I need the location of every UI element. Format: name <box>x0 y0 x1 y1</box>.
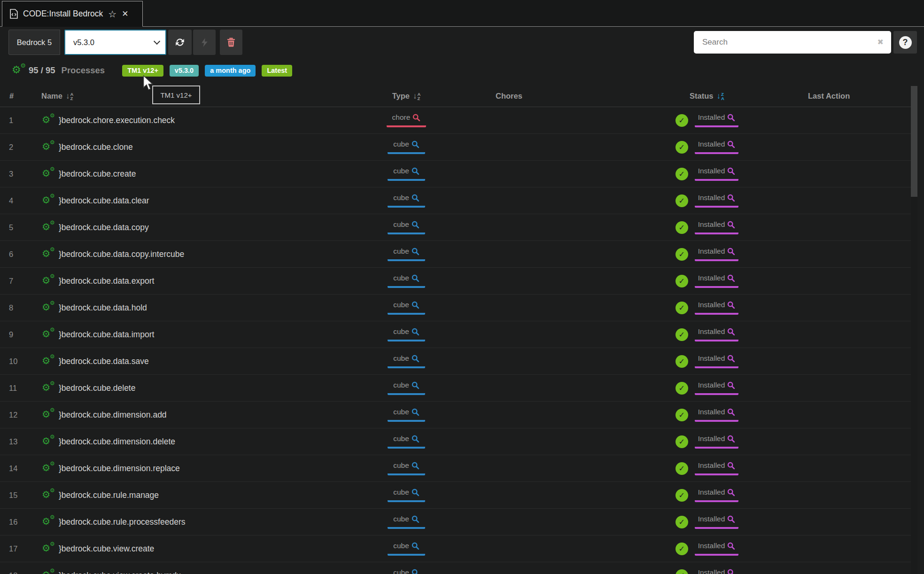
type-filter-pill[interactable]: cube <box>388 327 425 341</box>
process-name: }bedrock.cube.data.copy.intercube <box>59 249 184 259</box>
gears-icon: ⚙⚙ <box>42 195 54 206</box>
status-filter-pill[interactable]: Installed <box>695 568 739 574</box>
search-input[interactable] <box>694 31 891 54</box>
magnifier-icon <box>412 248 419 256</box>
table-row: 2 ⚙⚙ }bedrock.cube.clone cube ✓ I <box>0 134 911 161</box>
type-filter-pill[interactable]: cube <box>388 568 425 574</box>
status-filter-pill[interactable]: Installed <box>695 354 739 368</box>
refresh-button[interactable] <box>168 30 192 55</box>
status-filter-pill[interactable]: Installed <box>695 220 739 234</box>
search-wrap: ✖ <box>694 30 891 55</box>
status-filter-pill[interactable]: Installed <box>695 113 739 127</box>
version-badge[interactable]: TM1 v12+ <box>122 65 163 77</box>
type-filter-pill[interactable]: chore <box>387 113 427 127</box>
close-tab-icon[interactable]: ✕ <box>122 9 128 19</box>
scrollbar-thumb[interactable] <box>911 86 917 197</box>
magnifier-icon <box>727 462 735 470</box>
status-filter-pill[interactable]: Installed <box>695 515 739 529</box>
status-filter-pill[interactable]: Installed <box>695 327 739 341</box>
check-circle-icon: ✓ <box>676 141 688 154</box>
star-icon[interactable]: ☆ <box>108 8 116 20</box>
row-number: 4 <box>0 196 37 205</box>
check-circle-icon: ✓ <box>676 462 688 475</box>
type-filter-pill[interactable]: cube <box>388 354 425 368</box>
status-filter-pill[interactable]: Installed <box>695 301 739 315</box>
row-number: 15 <box>0 491 37 500</box>
check-circle-icon: ✓ <box>676 435 688 448</box>
tab-bar: CODE:Install Bedrock ☆ ✕ <box>0 0 924 27</box>
table-row: 14 ⚙⚙ }bedrock.cube.dimension.replace cu… <box>0 455 911 482</box>
trash-icon <box>227 38 235 47</box>
status-filter-pill[interactable]: Installed <box>695 542 739 556</box>
check-circle-icon: ✓ <box>676 302 688 314</box>
gears-icon: ⚙⚙ <box>42 543 54 554</box>
row-number: 9 <box>0 330 37 339</box>
status-filter-pill[interactable]: Installed <box>695 194 739 208</box>
type-filter-pill[interactable]: cube <box>388 381 425 395</box>
type-filter-pill[interactable]: cube <box>388 220 425 234</box>
version-select[interactable]: v5.3.0 <box>64 30 166 55</box>
magnifier-icon <box>412 167 419 175</box>
magnifier-icon <box>412 328 419 336</box>
version-badge[interactable]: v5.3.0 <box>170 65 199 77</box>
magnifier-icon <box>412 435 419 443</box>
magnifier-icon <box>727 489 735 496</box>
magnifier-icon <box>412 355 419 363</box>
gears-icon: ⚙⚙ <box>42 115 54 126</box>
gears-icon: ⚙⚙ <box>42 382 54 394</box>
gears-icon: ⚙⚙ <box>42 302 54 313</box>
check-circle-icon: ✓ <box>676 516 688 528</box>
clear-search-icon[interactable]: ✖ <box>877 38 884 47</box>
delete-button[interactable] <box>220 30 242 55</box>
column-header-chores[interactable]: Chores <box>465 92 625 101</box>
check-circle-icon: ✓ <box>676 221 688 234</box>
column-header-status[interactable]: Status ↓ZA <box>625 92 789 101</box>
column-header-last-action[interactable]: Last Action <box>789 92 911 101</box>
magnifier-icon <box>412 489 419 496</box>
column-header-type[interactable]: Type ↓AZ <box>348 92 465 101</box>
status-filter-pill[interactable]: Installed <box>695 140 739 154</box>
type-filter-pill[interactable]: cube <box>388 408 425 422</box>
row-number: 13 <box>0 437 37 446</box>
type-filter-pill[interactable]: cube <box>388 461 425 475</box>
type-filter-pill[interactable]: cube <box>388 140 425 154</box>
process-name: }bedrock.cube.rule.manage <box>59 490 159 500</box>
status-filter-pill[interactable]: Installed <box>695 381 739 395</box>
check-circle-icon: ✓ <box>676 248 688 261</box>
question-mark-icon: ? <box>899 36 912 49</box>
type-filter-pill[interactable]: cube <box>388 301 425 315</box>
type-filter-pill[interactable]: cube <box>388 167 425 181</box>
magnifier-icon <box>412 515 419 523</box>
status-filter-pill[interactable]: Installed <box>695 408 739 422</box>
vertical-scrollbar[interactable] <box>911 85 917 574</box>
help-button[interactable]: ? <box>893 31 917 54</box>
version-badge[interactable]: Latest <box>262 65 292 77</box>
version-badge[interactable]: a month ago <box>205 65 256 77</box>
status-filter-pill[interactable]: Installed <box>695 274 739 288</box>
type-filter-pill[interactable]: cube <box>388 247 425 261</box>
type-filter-pill[interactable]: cube <box>388 488 425 502</box>
execute-button[interactable] <box>193 30 216 55</box>
status-filter-pill[interactable]: Installed <box>695 488 739 502</box>
type-filter-pill[interactable]: cube <box>388 542 425 556</box>
magnifier-icon <box>727 435 735 443</box>
tab-code-install-bedrock[interactable]: CODE:Install Bedrock ☆ ✕ <box>2 1 143 27</box>
status-filter-pill[interactable]: Installed <box>695 434 739 449</box>
process-name: }bedrock.cube.data.clear <box>59 196 149 206</box>
check-circle-icon: ✓ <box>676 382 688 395</box>
status-filter-pill[interactable]: Installed <box>695 167 739 181</box>
row-number: 8 <box>0 303 37 312</box>
type-filter-pill[interactable]: cube <box>388 274 425 288</box>
process-name: }bedrock.cube.dimension.add <box>59 410 167 420</box>
check-circle-icon: ✓ <box>676 194 688 207</box>
type-filter-pill[interactable]: cube <box>388 434 425 449</box>
process-name: }bedrock.cube.dimension.delete <box>59 437 175 447</box>
status-filter-pill[interactable]: Installed <box>695 247 739 261</box>
magnifier-icon <box>727 114 735 122</box>
version-select-wrap: v5.3.0 <box>64 30 166 55</box>
magnifier-icon <box>412 381 419 389</box>
type-filter-pill[interactable]: cube <box>388 515 425 529</box>
status-filter-pill[interactable]: Installed <box>695 461 739 475</box>
column-header-number[interactable]: # <box>0 92 37 101</box>
type-filter-pill[interactable]: cube <box>388 194 425 208</box>
